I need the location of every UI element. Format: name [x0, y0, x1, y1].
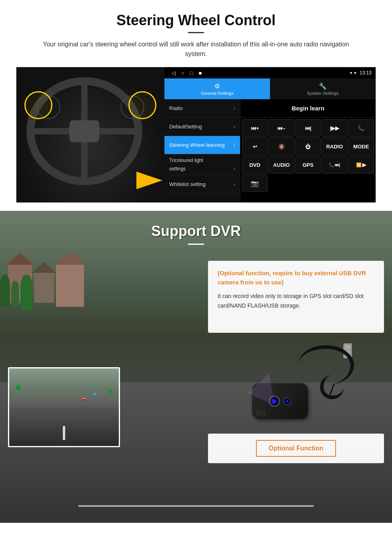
section-dvr: Support DVR 🚗 🚙 🌲 🌲 [0, 211, 392, 523]
tab-general-label: General Settings [201, 91, 234, 96]
right-button-highlight [128, 91, 156, 119]
ctrl-shuffle-next[interactable]: 🔀|▶ [348, 156, 374, 174]
ctrl-mute[interactable]: 🔇 [268, 138, 294, 155]
status-bar: ◁ ○ □ ■ ▾ ▾ 13:13 [164, 67, 376, 78]
dvr-left-area: 🚗 🚙 🌲 🌲 [8, 261, 200, 463]
left-button-highlight [24, 91, 52, 119]
steering-ui-container: ◁ ○ □ ■ ▾ ▾ 13:13 ⚙ General Settings 🔧 S… [16, 67, 376, 203]
ctrl-audio[interactable]: AUDIO [268, 156, 294, 174]
ctrl-power[interactable]: ⏻ [295, 138, 321, 155]
menu-tricoloured-arrow: › [234, 166, 235, 172]
section1-divider [188, 32, 204, 33]
menu-whitelist-arrow: › [234, 182, 235, 187]
ctrl-vol-down[interactable]: ⏮– [268, 119, 294, 137]
menu-radio-label: Radio [169, 105, 183, 111]
android-panel: ◁ ○ □ ■ ▾ ▾ 13:13 ⚙ General Settings 🔧 S… [164, 67, 376, 202]
dvr-optional-btn-area: Optional Function [208, 434, 384, 463]
gear-icon: ⚙ [214, 82, 220, 90]
menu-item-tricoloured[interactable]: Tricoloured light settings › [164, 154, 240, 175]
menu-radio-arrow: › [234, 106, 235, 111]
tab-system-label: System Settings [307, 91, 338, 96]
ctrl-next[interactable]: |▶▶ [322, 119, 347, 137]
system-icon: 🔧 [319, 82, 327, 90]
dvr-info-box: (Optional function, require to buy exter… [208, 261, 384, 333]
status-time: 13:13 [360, 70, 372, 76]
ctrl-radio[interactable]: RADIO [322, 138, 347, 155]
section1-title: Steering Wheel Control [16, 12, 376, 29]
ctrl-mode[interactable]: MODE [348, 138, 374, 155]
control-button-grid: ⏮+ ⏮– ⏮| |▶▶ 📞 ↩ 🔇 ⏻ RADIO MODE DVD AUDI [240, 118, 376, 194]
menu-default-arrow: › [234, 124, 235, 130]
dvr-optional-text: (Optional function, require to buy exter… [218, 269, 374, 287]
dvr-header: Support DVR [0, 211, 392, 253]
section-steering: Steering Wheel Control Your original car… [0, 0, 392, 211]
nav-back-icon: ◁ [172, 70, 176, 76]
menu-whitelist-label: Whitelist setting [169, 181, 206, 187]
optional-function-button[interactable]: Optional Function [256, 440, 336, 457]
ctrl-camera[interactable]: 📷 [242, 174, 268, 192]
menu-steering-label: Steering Wheel learning [169, 142, 225, 148]
ctrl-gps[interactable]: GPS [295, 156, 321, 174]
dvr-divider [188, 244, 204, 245]
dvr-title: Support DVR [16, 223, 376, 240]
nav-square-icon: □ [190, 70, 193, 76]
menu-tricoloured-label: Tricoloured light [169, 158, 203, 163]
menu-list: Radio › DefaultSetting › Steering Wheel … [164, 99, 240, 202]
ctrl-back[interactable]: ↩ [242, 138, 268, 155]
begin-learn-row: Begin learn [240, 99, 376, 118]
menu-content: Radio › DefaultSetting › Steering Wheel … [164, 99, 376, 202]
ctrl-prev[interactable]: ⏮| [295, 119, 321, 137]
tab-system-settings[interactable]: 🔧 System Settings [270, 78, 376, 99]
menu-settings-label: settings [169, 166, 186, 172]
ctrl-vol-up[interactable]: ⏮+ [242, 119, 268, 137]
tab-general-settings[interactable]: ⚙ General Settings [164, 78, 270, 99]
signal-icon: ▾ [350, 70, 352, 76]
ctrl-phone[interactable]: 📞 [348, 119, 374, 137]
menu-item-radio[interactable]: Radio › [164, 99, 240, 118]
wifi-icon: ▾ [354, 70, 356, 76]
tabs-row: ⚙ General Settings 🔧 System Settings [164, 78, 376, 99]
nav-menu-icon: ■ [199, 70, 202, 76]
dvr-right-area: (Optional function, require to buy exter… [208, 261, 384, 463]
ctrl-dvd[interactable]: DVD [242, 156, 268, 174]
dvr-recording-thumbnail: 🚗 🚙 🌲 🌲 [8, 367, 120, 447]
menu-steering-arrow: › [234, 142, 235, 148]
dvr-camera-image-area [208, 339, 384, 427]
menu-default-label: DefaultSetting [169, 124, 202, 130]
section1-subtitle: Your original car's steering wheel contr… [32, 40, 360, 59]
ctrl-phone-prev[interactable]: 📞⏮| [322, 156, 347, 174]
menu-item-steering-wheel[interactable]: Steering Wheel learning › [164, 136, 240, 154]
steering-wheel-photo [16, 67, 164, 203]
menu-item-default-setting[interactable]: DefaultSetting › [164, 118, 240, 136]
dvr-camera-image [236, 343, 356, 423]
dvr-desc-text: It can record video only to storage in G… [218, 292, 374, 311]
dvr-content: 🚗 🚙 🌲 🌲 (Optional function, require to b… [0, 261, 392, 463]
nav-home-icon: ○ [181, 70, 184, 76]
menu-item-whitelist[interactable]: Whitelist setting › [164, 175, 240, 194]
begin-learn-button[interactable]: Begin learn [292, 105, 324, 112]
right-panel: Begin learn ⏮+ ⏮– ⏮| |▶▶ 📞 ↩ 🔇 ⏻ RADIO [240, 99, 376, 202]
